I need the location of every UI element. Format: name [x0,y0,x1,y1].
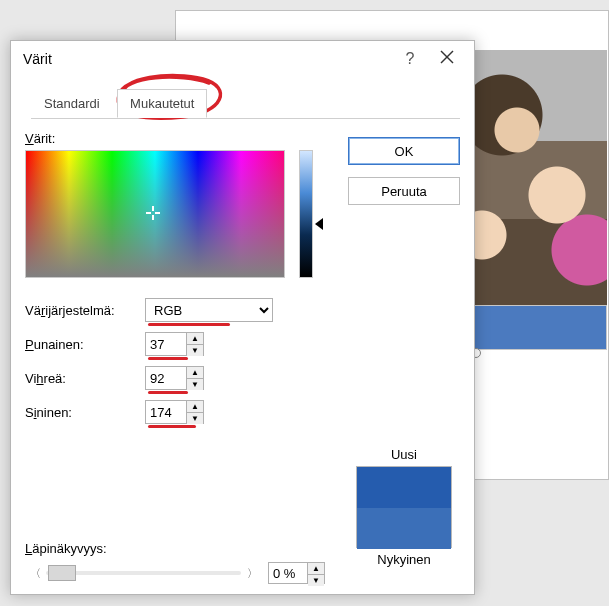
luminance-arrow-icon[interactable] [315,218,323,230]
annotation-underline-blue [148,425,196,428]
colors-label: Värit: [25,131,325,146]
ok-button[interactable]: OK [348,137,460,165]
chevron-down-icon[interactable]: ▼ [187,413,203,424]
tab-strip: Standardi Mukautetut [31,89,460,119]
green-input[interactable] [145,366,187,390]
chevron-up-icon[interactable]: ▲ [187,333,203,345]
blue-input[interactable] [145,400,187,424]
annotation-underline-green [148,391,188,394]
blue-label: Sininen: [25,405,145,420]
green-spinner[interactable]: ▲▼ [187,366,204,390]
chevron-down-icon[interactable]: ▼ [308,575,324,586]
transparency-label: Läpinäkyvyys: [25,541,107,556]
chevron-up-icon[interactable]: ▲ [308,563,324,575]
annotation-underline-red [148,357,188,360]
color-model-select[interactable]: RGB [145,298,273,322]
color-crosshair-icon [146,206,160,220]
preview-swatch-area: Uusi Nykyinen [348,447,460,567]
current-color-label: Nykyinen [348,552,460,567]
chevron-down-icon[interactable]: ▼ [187,379,203,390]
color-preview-swatch [356,466,452,548]
current-color-swatch [357,508,451,549]
color-panel: Värit: Värijärjestelmä: RGB Punainen: ▲▼ [25,131,325,424]
slider-decrease-button[interactable]: 〈 [25,563,45,583]
red-input[interactable] [145,332,187,356]
slider-increase-button[interactable]: 〉 [242,563,262,583]
transparency-input[interactable] [268,562,308,584]
luminance-strip[interactable] [299,150,313,278]
tab-custom[interactable]: Mukautetut [117,89,207,118]
blue-spinner[interactable]: ▲▼ [187,400,204,424]
tab-standard[interactable]: Standardi [31,89,113,118]
red-spinner[interactable]: ▲▼ [187,332,204,356]
red-label: Punainen: [25,337,145,352]
new-color-swatch [357,467,451,508]
color-field[interactable] [25,150,285,278]
dialog-body: Standardi Mukautetut Värit: Värijärjeste… [11,77,474,594]
close-button[interactable] [426,45,468,73]
dialog-titlebar: Värit ? [11,41,474,77]
green-label: Vihreä: [25,371,145,386]
chevron-up-icon[interactable]: ▲ [187,401,203,413]
dialog-buttons: OK Peruuta [348,137,460,217]
chevron-down-icon[interactable]: ▼ [187,345,203,356]
transparency-area: Läpinäkyvyys: 〈 〉 ▲▼ [25,541,325,584]
colors-dialog: Värit ? Standardi Mukautetut Värit: [10,40,475,595]
help-button[interactable]: ? [394,50,426,68]
cancel-button[interactable]: Peruuta [348,177,460,205]
dialog-title: Värit [23,51,394,67]
color-model-label: Värijärjestelmä: [25,303,145,318]
slider-thumb[interactable] [48,565,76,581]
annotation-underline-model [148,323,230,326]
chevron-up-icon[interactable]: ▲ [187,367,203,379]
transparency-slider[interactable] [45,562,242,584]
close-icon [440,50,454,64]
tab-underline [31,118,460,119]
transparency-spinner[interactable]: ▲▼ [308,562,325,584]
new-color-label: Uusi [348,447,460,462]
